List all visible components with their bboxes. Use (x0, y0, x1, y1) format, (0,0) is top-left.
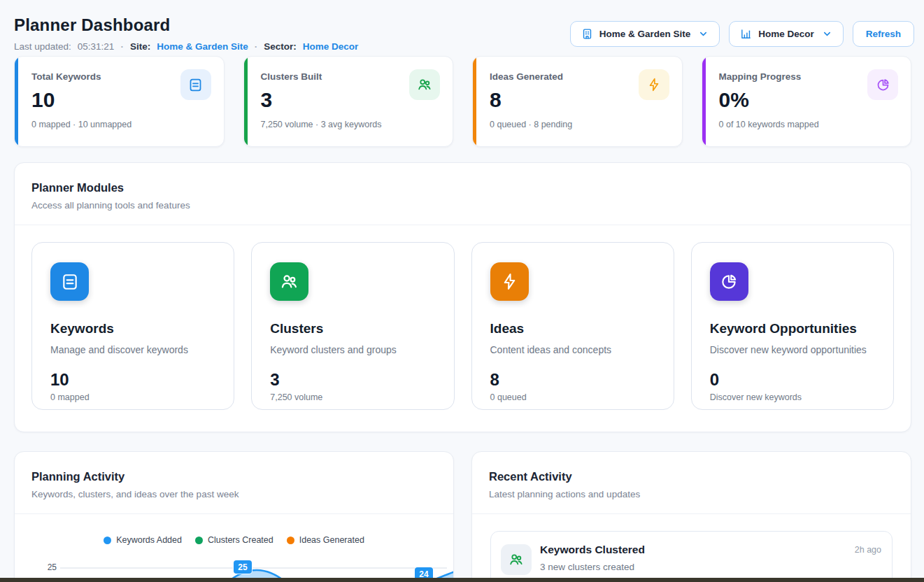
module-card-clusters[interactable]: Clusters Keyword clusters and groups 3 7… (251, 242, 454, 410)
stat-card-mapping-progress: Mapping Progress 0% 0 of 10 keywords map… (702, 56, 912, 147)
module-card-ideas[interactable]: Ideas Content ideas and concepts 8 0 que… (471, 242, 674, 410)
users-icon (270, 262, 308, 301)
module-title: Ideas (490, 321, 655, 336)
document-icon (180, 69, 211, 100)
accent-stripe (15, 57, 18, 146)
sector-dropdown-label: Home Decor (758, 29, 814, 39)
module-description: Content ideas and concepts (490, 344, 655, 355)
divider (15, 513, 453, 514)
planning-activity-title: Planning Activity (15, 452, 453, 483)
stat-sub: 0 queued · 8 pending (490, 120, 669, 129)
site-dropdown[interactable]: Home & Garden Site (570, 21, 720, 47)
stat-card-ideas-generated: Ideas Generated 8 0 queued · 8 pending (472, 56, 683, 147)
module-value: 10 (50, 370, 215, 390)
stat-sub: 7,250 volume · 3 avg keywords (261, 120, 441, 129)
recent-activity-subtitle: Latest planning actions and updates (472, 483, 911, 499)
sector-link[interactable]: Home Decor (303, 41, 359, 52)
module-description: Discover new keyword opportunities (710, 344, 875, 355)
area-chart (15, 536, 454, 582)
bar-chart-icon (740, 28, 752, 40)
last-updated-time: 05:31:21 (78, 41, 115, 52)
site-link[interactable]: Home & Garden Site (157, 41, 248, 52)
planning-activity-card: Planning Activity Keywords, clusters, an… (14, 451, 454, 582)
stat-sub: 0 mapped · 10 unmapped (31, 120, 211, 129)
module-sub: Discover new keywords (710, 392, 875, 402)
data-point-badge: 25 (234, 560, 252, 574)
modules-title: Planner Modules (31, 181, 894, 194)
stat-card-clusters-built: Clusters Built 3 7,250 volume · 3 avg ke… (243, 56, 454, 147)
module-card-keywords[interactable]: Keywords Manage and discover keywords 10… (31, 242, 234, 410)
modules-grid: Keywords Manage and discover keywords 10… (15, 225, 911, 427)
accent-stripe (702, 57, 706, 146)
bottom-edge-bar (0, 578, 924, 582)
stat-sub: 0 of 10 keywords mapped (719, 120, 899, 129)
sector-label: Sector: (264, 41, 297, 52)
stat-card-total-keywords: Total Keywords 10 0 mapped · 10 unmapped (14, 56, 225, 147)
accent-stripe (244, 57, 248, 146)
divider (472, 513, 911, 514)
zap-icon (639, 69, 669, 100)
meta-separator: · (120, 41, 124, 52)
header-actions: Home & Garden Site Home Decor Refresh (570, 21, 914, 47)
site-label: Site: (130, 41, 150, 52)
site-dropdown-label: Home & Garden Site (599, 29, 691, 39)
building-icon (581, 28, 593, 40)
planner-modules-panel: Planner Modules Access all planning tool… (14, 162, 911, 432)
module-title: Keywords (50, 321, 215, 336)
stats-row: Total Keywords 10 0 mapped · 10 unmapped… (14, 56, 911, 147)
accent-stripe (473, 57, 476, 146)
module-sub: 7,250 volume (270, 392, 435, 402)
pie-chart-icon (710, 262, 748, 301)
module-sub: 0 queued (490, 392, 655, 402)
activity-item-title: Keywords Clustered (540, 544, 645, 556)
recent-activity-title: Recent Activity (472, 452, 911, 483)
activity-item-description: 3 new clusters created (540, 562, 634, 572)
module-value: 0 (710, 370, 875, 390)
chevron-down-icon (698, 29, 709, 39)
refresh-button[interactable]: Refresh (853, 21, 914, 47)
users-icon (501, 544, 532, 575)
last-updated-label: Last updated: (14, 41, 71, 52)
recent-activity-card: Recent Activity Latest planning actions … (471, 451, 911, 582)
module-sub: 0 mapped (50, 392, 215, 402)
page-title: Planner Dashboard (14, 15, 170, 35)
meta-separator: · (255, 41, 258, 52)
users-icon (409, 69, 440, 100)
module-title: Keyword Opportunities (710, 321, 875, 336)
modules-subtitle: Access all planning tools and features (31, 200, 894, 211)
pie-chart-icon (867, 69, 898, 100)
chevron-down-icon (822, 29, 832, 39)
module-description: Keyword clusters and groups (270, 344, 435, 355)
module-description: Manage and discover keywords (50, 344, 215, 355)
module-value: 3 (270, 370, 435, 390)
module-card-keyword-opportunities[interactable]: Keyword Opportunities Discover new keywo… (691, 242, 894, 410)
planning-activity-subtitle: Keywords, clusters, and ideas over the p… (15, 483, 453, 499)
document-icon (50, 262, 89, 301)
zap-icon (490, 262, 529, 301)
module-title: Clusters (270, 321, 435, 336)
activity-item-keywords-clustered[interactable]: Keywords Clustered 3 new clusters create… (490, 531, 893, 582)
activity-item-time: 2h ago (855, 545, 881, 555)
bottom-row: Planning Activity Keywords, clusters, an… (14, 451, 911, 582)
sector-dropdown[interactable]: Home Decor (729, 21, 844, 47)
refresh-button-label: Refresh (866, 29, 901, 39)
module-value: 8 (490, 370, 655, 390)
header-meta: Last updated: 05:31:21 · Site: Home & Ga… (14, 41, 358, 52)
planner-dashboard-page: Planner Dashboard Last updated: 05:31:21… (0, 0, 924, 582)
